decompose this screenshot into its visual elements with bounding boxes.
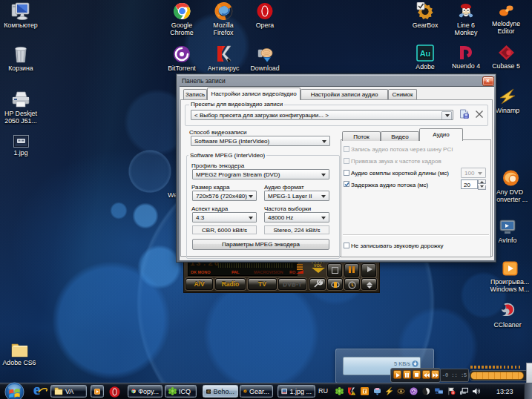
- svg-text:Au: Au: [420, 49, 431, 58]
